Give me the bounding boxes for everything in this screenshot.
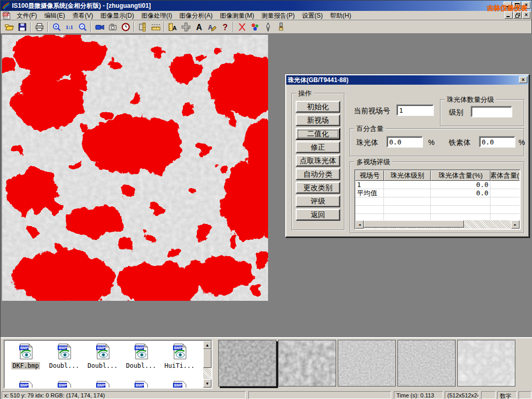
save-button[interactable] — [16, 21, 29, 33]
file-item[interactable]: BMP HuiTi... — [161, 343, 198, 369]
file-name[interactable]: Doubl... — [125, 362, 157, 369]
ferrite-percent-input[interactable] — [479, 136, 515, 148]
scroll-right-icon[interactable]: ► — [511, 220, 520, 229]
file-name[interactable]: HuiTi... — [164, 362, 196, 369]
scroll-up-icon[interactable]: ▲ — [203, 341, 211, 349]
text-tool-button[interactable]: A — [192, 21, 205, 33]
menu-settings[interactable]: 设置(S) — [298, 11, 326, 20]
help-icon: ? — [220, 22, 230, 32]
col-pearlite-grade[interactable]: 珠光体级别 — [384, 170, 431, 181]
scroll-thumb[interactable] — [203, 349, 211, 368]
menu-image-process[interactable]: 图像处理(I) — [138, 11, 176, 20]
table-horizontal-scrollbar[interactable]: ◄ ► — [355, 220, 520, 229]
table-row[interactable]: 1 0.0 — [355, 181, 520, 189]
file-item[interactable]: BMP — [7, 380, 45, 389]
svg-text:BMP: BMP — [20, 383, 29, 387]
scroll-left-icon[interactable]: ◄ — [355, 220, 364, 229]
thumbnail-3[interactable] — [338, 340, 396, 387]
pen-button[interactable] — [261, 21, 274, 33]
vendor-watermark: 吉林仪器仪表 — [487, 4, 527, 13]
file-item[interactable]: BMP DKF.bmp — [7, 343, 45, 369]
spline-curve-button[interactable] — [235, 21, 248, 33]
file-item[interactable]: BMP — [122, 380, 160, 389]
pen-icon — [263, 22, 273, 32]
svg-text:BMP: BMP — [136, 383, 144, 387]
zoom-out-button[interactable] — [76, 21, 89, 33]
current-field-input[interactable] — [396, 104, 434, 116]
menu-edit[interactable]: 编辑(E) — [41, 11, 69, 20]
status-mode: 数字 — [497, 391, 517, 399]
file-name[interactable]: DKF.bmp — [11, 362, 40, 369]
menu-image-measure[interactable]: 图像测量(M) — [216, 11, 258, 20]
help-button[interactable]: ? — [218, 21, 231, 33]
pick-pearlite-button[interactable]: 点取珠光体 — [296, 155, 340, 167]
table-row[interactable]: 平均值 0.0 — [355, 189, 520, 197]
initialize-button[interactable]: 初始化 — [296, 101, 340, 113]
menu-file[interactable]: 文件(F) — [13, 11, 41, 20]
timer-clock-button[interactable] — [119, 21, 132, 33]
grade-button[interactable]: 评级 — [296, 195, 340, 207]
print-button[interactable] — [33, 21, 46, 33]
file-item[interactable]: BMP — [161, 380, 198, 389]
file-item[interactable]: BMP — [84, 380, 122, 389]
photo-camera-button[interactable] — [106, 21, 119, 33]
status-image-dimensions: (512x512x24) — [445, 391, 479, 399]
scroll-track[interactable] — [364, 220, 511, 229]
brush-button[interactable] — [274, 21, 287, 33]
rating-table[interactable]: 视场号 珠光体级别 珠光体含量(%) 铁素体含量(%) 1 0.0 — [354, 169, 521, 230]
bmp-file-icon: BMP — [56, 380, 73, 389]
col-pearlite-content[interactable]: 珠光体含量(%) — [431, 170, 490, 181]
new-field-button[interactable]: 新视场 — [296, 114, 340, 126]
thumbnail-1[interactable] — [218, 340, 276, 387]
dialog-title-bar[interactable]: 珠光体(GB/T9441-88) × — [286, 75, 528, 85]
open-folder-button[interactable] — [3, 21, 16, 33]
level-label: 级别 — [449, 108, 463, 117]
scroll-thumb[interactable] — [364, 220, 464, 228]
annotate-button[interactable]: A — [205, 21, 218, 33]
ruler-button[interactable] — [149, 21, 162, 33]
zoom-out-icon — [78, 22, 87, 32]
thumbnail-4[interactable] — [397, 340, 456, 387]
file-name[interactable]: Doubl... — [48, 362, 81, 369]
measure-label-button[interactable]: A — [166, 21, 179, 33]
menu-image-analysis[interactable]: 图像分析(A) — [176, 11, 216, 20]
file-name[interactable]: Doubl... — [87, 362, 119, 369]
caliper-icon — [138, 22, 148, 32]
menu-help[interactable]: 帮助(H) — [326, 11, 355, 20]
file-item[interactable]: BMP Doubl... — [84, 343, 122, 369]
file-item[interactable]: BMP Doubl... — [45, 343, 83, 369]
bmp-file-icon: BMP — [18, 380, 34, 389]
file-item[interactable]: BMP — [45, 380, 83, 389]
auto-classify-button[interactable]: 自动分类 — [296, 168, 340, 180]
col-field-number[interactable]: 视场号 — [355, 170, 384, 181]
annotate-icon: A — [207, 22, 217, 32]
thumbnail-2[interactable] — [278, 340, 336, 387]
pearlite-percent-input[interactable] — [387, 136, 423, 148]
menu-measure-report[interactable]: 测量报告(P) — [258, 11, 298, 20]
actual-size-button[interactable]: 1:1 — [63, 21, 76, 33]
menu-view[interactable]: 查看(V) — [69, 11, 97, 20]
binarize-button[interactable]: 二值化 — [296, 128, 340, 140]
micrograph-view[interactable] — [2, 35, 268, 301]
correct-button[interactable]: 修正 — [296, 141, 340, 153]
file-item[interactable]: BMP Doubl... — [122, 343, 160, 369]
level-input[interactable] — [471, 106, 512, 117]
dialog-close-button[interactable]: × — [519, 76, 527, 83]
caliper-button[interactable] — [136, 21, 149, 33]
menu-image-display[interactable]: 图像显示(D) — [97, 11, 138, 20]
zoom-in-button[interactable] — [50, 21, 63, 33]
file-browser-scrollbar[interactable]: ▲ ▼ — [203, 341, 211, 388]
svg-text:BMP: BMP — [136, 346, 144, 350]
return-button[interactable]: 返回 — [296, 209, 340, 221]
file-browser[interactable]: BMP DKF.bmp BMP Doubl... BMP — [4, 340, 212, 389]
grid-cross-button[interactable] — [179, 21, 192, 33]
col-ferrite-content[interactable]: 铁素体含量(%) — [490, 170, 520, 181]
video-camera-button[interactable] — [93, 21, 106, 33]
particle-classify-button[interactable] — [248, 21, 261, 33]
ferrite-label: 铁素体 — [449, 138, 471, 148]
scroll-down-icon[interactable]: ▼ — [203, 379, 211, 388]
thumbnail-5[interactable] — [457, 340, 515, 387]
grid-cross-icon — [181, 22, 191, 32]
ruler-icon — [151, 22, 161, 32]
change-class-button[interactable]: 更改类别 — [296, 182, 340, 194]
